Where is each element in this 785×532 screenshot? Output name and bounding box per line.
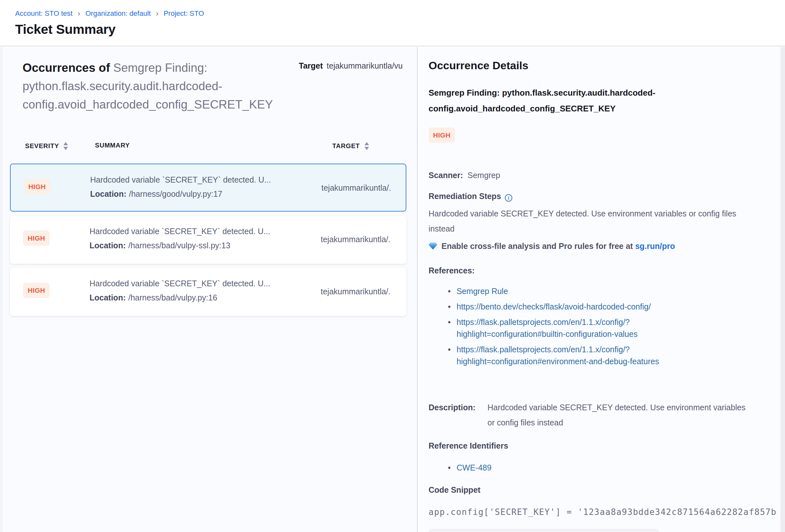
occurrence-summary-text: Hardcoded variable `SECRET_KEY` detected… bbox=[90, 279, 308, 288]
references-label: References: bbox=[429, 266, 475, 275]
references-list: Semgrep Rule https://bento.dev/checks/fl… bbox=[448, 285, 683, 371]
cwe-link[interactable]: CWE-489 bbox=[448, 462, 683, 474]
remediation-steps-body: Hardcoded variable SECRET_KEY detected. … bbox=[429, 206, 754, 236]
reference-link[interactable]: Semgrep Rule bbox=[448, 285, 683, 297]
scanner-line: Scanner:Semgrep bbox=[429, 171, 500, 180]
occurrence-row[interactable]: HIGH Hardcoded variable `SECRET_KEY` det… bbox=[10, 268, 406, 316]
finding-title: Semgrep Finding: python.flask.security.a… bbox=[429, 85, 754, 117]
breadcrumb-account[interactable]: Account: STO test bbox=[15, 9, 72, 17]
occurrences-heading-bold: Occurrences of bbox=[23, 61, 113, 74]
detail-severity: HIGH bbox=[429, 128, 455, 143]
target-label: Target bbox=[299, 61, 323, 70]
sort-icon[interactable] bbox=[64, 142, 68, 150]
scanner-value: Semgrep bbox=[467, 171, 500, 180]
remediation-steps-label: Remediation Steps bbox=[429, 192, 512, 202]
location-label: Location: bbox=[90, 241, 126, 250]
occurrence-row[interactable]: HIGH Hardcoded variable `SECRET_KEY` det… bbox=[10, 163, 406, 211]
vertical-scrollbar[interactable] bbox=[781, 47, 785, 532]
breadcrumb-organization[interactable]: Organization: default bbox=[85, 9, 151, 17]
reference-link[interactable]: https://flask.palletsprojects.com/en/1.1… bbox=[448, 344, 683, 368]
occurrence-summary: Hardcoded variable `SECRET_KEY` detected… bbox=[90, 279, 308, 302]
occurrence-location: Location:/harness/bad/vulpy-ssl.py:13 bbox=[90, 241, 308, 250]
left-edge-divider bbox=[0, 47, 3, 532]
sg-run-pro-link[interactable]: sg.run/pro bbox=[635, 242, 675, 251]
severity-badge: HIGH bbox=[23, 231, 50, 246]
info-icon[interactable] bbox=[505, 194, 512, 202]
ticket-summary-screen: Account: STO test›Organization: default›… bbox=[0, 0, 785, 532]
page-header: Account: STO test›Organization: default›… bbox=[0, 0, 785, 46]
target-value: tejakummarikuntla/vu bbox=[327, 61, 403, 70]
occurrence-summary: Hardcoded variable `SECRET_KEY` detected… bbox=[90, 227, 308, 250]
reference-identifiers-label: Reference Identifiers bbox=[429, 441, 508, 451]
semgrep-pro-promo: Enable cross-file analysis and Pro rules… bbox=[429, 242, 675, 251]
occurrences-panel: Occurrences of Semgrep Finding: python.f… bbox=[0, 47, 417, 532]
reference-link[interactable]: https://bento.dev/checks/flask/avoid-har… bbox=[448, 301, 683, 313]
reference-link[interactable]: https://flask.palletsprojects.com/en/1.1… bbox=[448, 316, 683, 340]
target-line: Targettejakummarikuntla/vu bbox=[299, 61, 403, 71]
occurrence-target: tejakummarikuntla/. bbox=[321, 235, 390, 244]
occurrence-details-panel: Occurrence Details Semgrep Finding: pyth… bbox=[418, 47, 785, 532]
occurrences-heading: Occurrences of Semgrep Finding: python.f… bbox=[23, 59, 306, 114]
location-label: Location: bbox=[90, 189, 127, 198]
column-header-summary-label: SUMMARY bbox=[95, 142, 130, 149]
occurrence-location: Location:/harness/bad/vulpy.py:16 bbox=[90, 293, 308, 302]
description-label: Description: bbox=[429, 400, 487, 430]
location-label: Location: bbox=[90, 293, 126, 302]
column-header-severity[interactable]: SEVERITY bbox=[25, 142, 68, 150]
remediation-steps-text: Remediation Steps bbox=[429, 192, 501, 201]
horizontal-scrollbar[interactable] bbox=[429, 529, 659, 532]
code-snippet: app.config['SECRET_KEY'] = '123aa8a93bdd… bbox=[429, 507, 777, 517]
promo-text: Enable cross-file analysis and Pro rules… bbox=[441, 242, 635, 251]
column-header-target-label: TARGET bbox=[332, 142, 360, 150]
breadcrumb: Account: STO test›Organization: default›… bbox=[15, 9, 204, 18]
occurrence-location: Location:/harness/good/vulpy.py:17 bbox=[90, 189, 309, 199]
location-path: /harness/bad/vulpy.py:16 bbox=[128, 293, 217, 302]
code-snippet-label: Code Snippet bbox=[429, 485, 480, 495]
reference-identifiers-list: CWE-489 bbox=[448, 462, 683, 477]
gem-icon bbox=[429, 243, 437, 250]
occurrence-target: tejakummarikuntla/. bbox=[321, 287, 390, 296]
location-path: /harness/good/vulpy.py:17 bbox=[129, 189, 223, 198]
breadcrumb-project[interactable]: Project: STO bbox=[163, 9, 204, 17]
severity-badge: HIGH bbox=[23, 283, 50, 298]
severity-badge: HIGH bbox=[429, 128, 455, 143]
occurrences-table-header: SEVERITY SUMMARY TARGET bbox=[0, 140, 417, 153]
severity-badge: HIGH bbox=[24, 179, 50, 194]
page-title: Ticket Summary bbox=[15, 22, 116, 37]
details-heading: Occurrence Details bbox=[429, 59, 528, 72]
chevron-right-icon: › bbox=[156, 9, 158, 18]
occurrence-row[interactable]: HIGH Hardcoded variable `SECRET_KEY` det… bbox=[10, 216, 406, 264]
description-line: Description: Hardcoded variable SECRET_K… bbox=[429, 400, 754, 430]
chevron-right-icon: › bbox=[78, 9, 80, 18]
occurrence-summary-text: Hardcoded variable `SECRET_KEY` detected… bbox=[90, 227, 308, 236]
occurrence-summary: Hardcoded variable `SECRET_KEY` detected… bbox=[90, 175, 309, 199]
occurrence-target: tejakummarikuntla/. bbox=[321, 183, 391, 193]
description-text: Hardcoded variable SECRET_KEY detected. … bbox=[487, 400, 748, 430]
column-header-severity-label: SEVERITY bbox=[25, 142, 59, 150]
scanner-label: Scanner: bbox=[429, 171, 463, 180]
location-path: /harness/bad/vulpy-ssl.py:13 bbox=[128, 241, 231, 250]
sort-icon[interactable] bbox=[364, 142, 369, 150]
occurrence-summary-text: Hardcoded variable `SECRET_KEY` detected… bbox=[90, 175, 309, 184]
column-header-target[interactable]: TARGET bbox=[332, 142, 369, 150]
column-header-summary[interactable]: SUMMARY bbox=[95, 142, 130, 149]
